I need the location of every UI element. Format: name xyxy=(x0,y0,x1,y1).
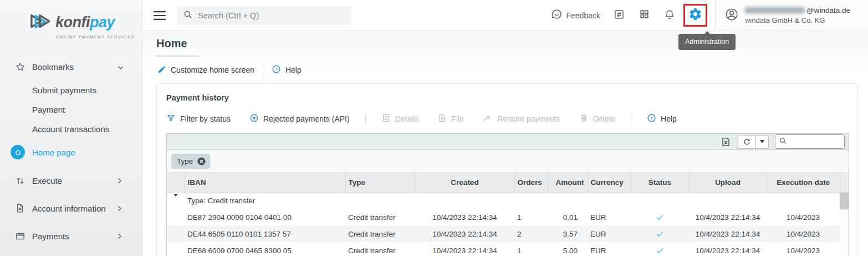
group-filter-row: Type xyxy=(167,150,849,173)
sidebar-item-account-information[interactable]: Account information xyxy=(0,198,142,218)
panel-help-button[interactable]: ? Help xyxy=(647,113,677,124)
table-row[interactable]: DE44 6505 0110 0101 1357 57 Credit trans… xyxy=(167,225,840,242)
page-help-button[interactable]: ? Help xyxy=(272,64,302,76)
details-doc-icon xyxy=(381,113,391,124)
redacted-username xyxy=(745,7,805,13)
apps-grid-button[interactable] xyxy=(639,9,650,22)
administration-tooltip: Administration xyxy=(678,34,736,50)
svg-text:?: ? xyxy=(275,67,278,72)
divider xyxy=(631,113,631,125)
column-header-orders[interactable]: Orders xyxy=(514,173,548,193)
cell-orders: 1 xyxy=(514,242,548,256)
user-account-button[interactable]: @windata.de windata GmbH & Co. KG xyxy=(715,0,868,31)
panel-toolbar: Filter by status Rejected payments (API)… xyxy=(166,113,848,125)
collapse-group-icon[interactable] xyxy=(173,194,178,205)
cell-created: 10/4/2023 22:14:34 xyxy=(415,242,514,256)
file-button[interactable]: File xyxy=(437,113,464,124)
global-search[interactable] xyxy=(177,6,351,25)
credit-card-icon xyxy=(14,231,26,242)
sidebar-item-label: Payments xyxy=(32,232,69,241)
column-header-amount[interactable]: Amount xyxy=(548,173,588,193)
sidebar-item-submit-payments[interactable]: Submit payments xyxy=(0,80,142,100)
filter-by-status-button[interactable]: Filter by status xyxy=(166,113,231,124)
status-check-icon xyxy=(655,213,665,222)
sidebar-item-account-transactions[interactable]: Account transactions xyxy=(0,119,142,139)
chevron-right-icon xyxy=(118,204,122,213)
column-header-expand[interactable] xyxy=(167,173,185,193)
help-icon: ? xyxy=(272,64,281,76)
type-filter-chip[interactable]: Type xyxy=(171,154,210,169)
refresh-options-dropdown[interactable] xyxy=(755,135,768,148)
table-row[interactable]: DE68 6009 0700 0465 8300 05 Credit trans… xyxy=(167,242,840,256)
cell-iban: DE68 6009 0700 0465 8300 05 xyxy=(185,242,345,256)
column-header-type[interactable]: Type xyxy=(345,173,415,193)
switch-view-button[interactable] xyxy=(614,9,625,22)
customize-label: Customize home screen xyxy=(171,66,254,74)
restore-payments-button[interactable]: Restore payments xyxy=(483,113,560,125)
column-header-iban[interactable]: IBAN xyxy=(185,173,345,193)
feedback-icon xyxy=(551,8,563,22)
divider xyxy=(263,63,263,77)
sidebar-item-label: Home page xyxy=(32,148,75,157)
data-grid: IBAN Type Created Orders Amount Currency… xyxy=(167,173,840,256)
restore-arrow-icon xyxy=(483,113,493,125)
table-row[interactable]: DE87 2904 0090 0104 0401 00 Credit trans… xyxy=(167,209,840,225)
table-toolbar xyxy=(167,134,849,150)
table-search-input[interactable] xyxy=(790,138,840,146)
export-excel-button[interactable] xyxy=(721,137,731,147)
menu-icon[interactable] xyxy=(154,11,166,20)
scrollbar-thumb[interactable] xyxy=(840,193,849,209)
column-header-execution-date[interactable]: Execution date xyxy=(767,173,840,193)
sidebar-item-home-page[interactable]: Home page xyxy=(0,142,142,162)
cell-upload: 10/4/2023 22:14:34 xyxy=(689,209,767,225)
column-header-created[interactable]: Created xyxy=(415,173,514,193)
gear-icon xyxy=(688,7,702,23)
feedback-button[interactable]: Feedback xyxy=(551,8,600,22)
sidebar-item-label: Bookmarks xyxy=(32,62,74,72)
cell-currency: EUR xyxy=(588,209,631,225)
sidebar-item-label: Execute xyxy=(32,176,62,185)
cell-currency: EUR xyxy=(588,242,631,256)
cell-created: 10/4/2023 22:14:34 xyxy=(415,225,514,242)
cell-iban: DE44 6505 0110 0101 1357 57 xyxy=(185,225,345,242)
sidebar-item-bookmarks[interactable]: Bookmarks xyxy=(0,57,142,77)
chevron-right-icon xyxy=(118,176,122,185)
remove-filter-icon[interactable] xyxy=(197,157,206,166)
search-icon xyxy=(183,9,193,22)
cell-amount: 0.01 xyxy=(548,209,588,225)
group-label: Type: Credit transfer xyxy=(185,193,840,209)
customize-home-screen-button[interactable]: Customize home screen xyxy=(157,65,254,76)
cell-upload: 10/4/2023 22:14:34 xyxy=(689,225,767,242)
column-header-status[interactable]: Status xyxy=(631,173,689,193)
user-email: @windata.de xyxy=(745,6,850,15)
chevron-down-icon xyxy=(118,62,124,72)
cell-amount: 5.00 xyxy=(548,242,588,256)
table-search[interactable] xyxy=(775,134,845,149)
delete-button[interactable]: Delete xyxy=(579,113,615,124)
cell-created: 10/4/2023 22:14:34 xyxy=(415,209,514,225)
cell-orders: 1 xyxy=(514,209,548,225)
cell-execution-date: 10/4/2023 xyxy=(767,225,840,242)
details-button[interactable]: Details xyxy=(381,113,419,124)
bell-icon xyxy=(664,9,675,22)
column-header-currency[interactable]: Currency xyxy=(588,173,631,193)
vertical-scrollbar[interactable] xyxy=(840,193,849,256)
cell-iban: DE87 2904 0090 0104 0401 00 xyxy=(185,209,345,225)
apps-grid-icon xyxy=(639,9,650,22)
cell-execution-date: 10/4/2023 xyxy=(767,242,840,256)
cell-type: Credit transfer xyxy=(345,209,415,225)
column-header-upload[interactable]: Upload xyxy=(689,173,767,193)
sidebar-item-payments[interactable]: Payments xyxy=(0,226,142,246)
sidebar-item-label: Payment xyxy=(32,105,65,114)
administration-gear-button[interactable] xyxy=(688,7,702,23)
notifications-button[interactable] xyxy=(664,9,675,22)
group-row[interactable]: Type: Credit transfer xyxy=(167,193,840,209)
refresh-button[interactable] xyxy=(738,135,755,148)
rejected-payments-button[interactable]: Rejected payments (API) xyxy=(249,113,350,124)
main-content: Home Customize home screen ? Help Paymen… xyxy=(142,31,868,256)
home-icon xyxy=(11,145,25,159)
sidebar-item-payment[interactable]: Payment xyxy=(0,99,142,119)
chevron-right-icon xyxy=(118,232,122,241)
search-input[interactable] xyxy=(198,11,336,20)
sidebar-item-execute[interactable]: Execute xyxy=(0,170,142,190)
